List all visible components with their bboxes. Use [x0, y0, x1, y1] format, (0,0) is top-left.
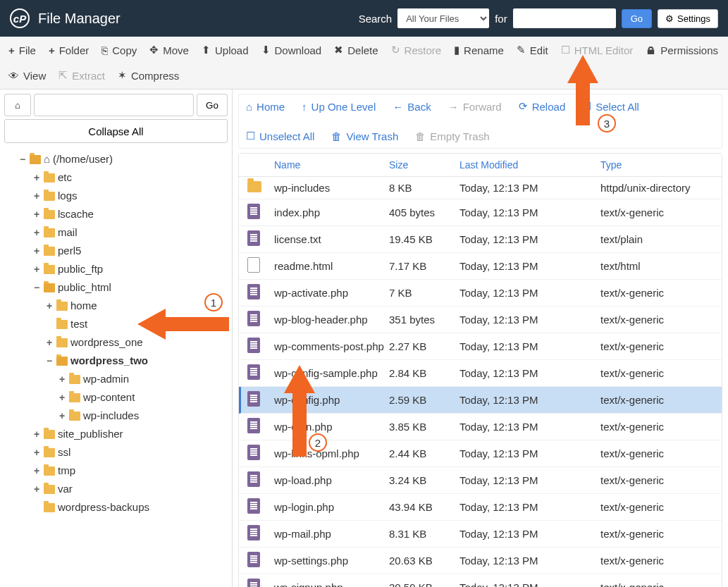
table-row[interactable]: wp-comments-post.php2.27 KBToday, 12:13 …	[239, 333, 722, 360]
folder-button[interactable]: +Folder	[49, 44, 89, 56]
view-button[interactable]: 👁︎View	[8, 69, 46, 82]
expand-icon[interactable]: +	[32, 243, 41, 259]
expand-icon[interactable]: +	[32, 170, 41, 185]
extract-button: ⇱Extract	[58, 69, 105, 82]
folder-icon	[247, 181, 261, 192]
expand-icon[interactable]: +	[32, 481, 41, 497]
tree-item-wp-admin[interactable]: +wp-admin	[4, 370, 228, 388]
delete-button[interactable]: ✖Delete	[334, 44, 378, 56]
sidebar-home-button[interactable]: ⌂	[4, 94, 31, 116]
search-input[interactable]	[513, 8, 616, 28]
table-row[interactable]: wp-config-sample.php2.84 KBToday, 12:13 …	[239, 360, 722, 387]
expand-icon[interactable]: +	[32, 225, 41, 240]
settings-button[interactable]: Settings	[658, 9, 718, 28]
copy-button[interactable]: ⎘Copy	[101, 44, 137, 56]
unselect-all-button[interactable]: ☐Unselect All	[246, 130, 314, 142]
search-scope-select[interactable]: All Your Files	[397, 8, 489, 28]
file-button[interactable]: +File	[8, 44, 36, 56]
file-name: wp-config-sample.php	[274, 367, 389, 379]
select-all-button[interactable]: ☑Select All	[582, 100, 639, 113]
table-row[interactable]: wp-activate.php7 KBToday, 12:13 PMtext/x…	[239, 280, 722, 307]
tree-item-logs[interactable]: +logs	[4, 187, 228, 205]
file-name: wp-config.php	[274, 394, 389, 406]
tree-item-home[interactable]: +home	[4, 297, 228, 315]
expand-icon[interactable]: +	[32, 206, 41, 222]
path-input[interactable]	[34, 94, 194, 116]
table-row[interactable]: index.php405 bytesToday, 12:13 PMtext/x-…	[239, 199, 722, 226]
expand-icon[interactable]: +	[32, 261, 41, 277]
folder-icon	[56, 302, 68, 311]
table-row[interactable]: wp-includes8 KBToday, 12:13 PMhttpd/unix…	[239, 177, 722, 199]
table-row[interactable]: readme.html7.17 KBToday, 12:13 PMtext/ht…	[239, 253, 722, 280]
expand-icon[interactable]: +	[58, 371, 66, 387]
file-icon	[247, 391, 260, 407]
upload-button[interactable]: ⬆Upload	[202, 44, 249, 56]
tree-item-var[interactable]: +var	[4, 480, 228, 498]
tree-item-etc[interactable]: +etc	[4, 168, 228, 187]
file-modified: Today, 12:13 PM	[459, 367, 600, 379]
search-go-button[interactable]: Go	[622, 9, 652, 28]
path-go-button[interactable]: Go	[197, 94, 228, 116]
tree-item-wp-includes[interactable]: +wp-includes	[4, 407, 228, 425]
table-row[interactable]: wp-settings.php20.63 KBToday, 12:13 PMte…	[239, 548, 722, 574]
tree-item-tmp[interactable]: +tmp	[4, 462, 228, 480]
table-row[interactable]: wp-load.php3.24 KBToday, 12:13 PMtext/x-…	[239, 467, 722, 494]
tree-item-mail[interactable]: +mail	[4, 223, 228, 242]
expand-icon[interactable]: +	[58, 408, 66, 424]
move-button[interactable]: ✥Move	[149, 44, 189, 56]
collapse-icon[interactable]: −	[32, 280, 41, 295]
expand-icon[interactable]: +	[32, 426, 41, 442]
tree-item-test[interactable]: test	[4, 315, 228, 333]
tree-item-wp-content[interactable]: +wp-content	[4, 388, 228, 407]
col-modified[interactable]: Last Modified	[459, 159, 600, 171]
expand-icon[interactable]: +	[32, 188, 41, 204]
file-type: httpd/unix-directory	[600, 182, 713, 194]
right-arrow-icon: →	[448, 101, 459, 113]
home-button[interactable]: ⌂Home	[246, 100, 285, 113]
table-row[interactable]: wp-blog-header.php351 bytesToday, 12:13 …	[239, 307, 722, 333]
tree-item-lscache[interactable]: +lscache	[4, 205, 228, 223]
tree-root[interactable]: −⌂(/home/user)	[4, 150, 228, 168]
file-icon	[247, 338, 260, 353]
file-type: text/x-generic	[600, 394, 713, 406]
view-trash-button[interactable]: 🗑︎View Trash	[331, 130, 398, 142]
compress-button[interactable]: ✶Compress	[118, 69, 179, 82]
file-type: text/x-generic	[600, 287, 713, 299]
edit-button[interactable]: ✎Edit	[517, 44, 548, 56]
back-button[interactable]: ←Back	[393, 100, 431, 113]
tree-item-public-ftp[interactable]: +public_ftp	[4, 260, 228, 278]
up-one-level-button[interactable]: ↑Up One Level	[302, 100, 376, 113]
rename-button[interactable]: ▮Rename	[454, 44, 504, 56]
expand-icon[interactable]: +	[32, 445, 41, 460]
collapse-icon[interactable]: −	[45, 353, 54, 369]
table-row[interactable]: wp-mail.php8.31 KBToday, 12:13 PMtext/x-…	[239, 521, 722, 548]
file-size: 351 bytes	[389, 314, 459, 326]
expand-icon[interactable]: +	[58, 390, 66, 405]
tree-item-wordpress-backups[interactable]: wordpress-backups	[4, 498, 228, 517]
col-name[interactable]: Name	[274, 159, 389, 171]
file-size: 19.45 KB	[389, 233, 459, 245]
table-row[interactable]: license.txt19.45 KBToday, 12:13 PMtext/p…	[239, 226, 722, 253]
table-row[interactable]: wp-signup.php30.59 KBToday, 12:13 PMtext…	[239, 574, 722, 587]
folder-icon	[44, 485, 55, 494]
permissions-button[interactable]: 🔒︎Permissions	[646, 44, 718, 56]
reload-button[interactable]: ⟳Reload	[519, 100, 566, 113]
file-icon	[247, 471, 260, 487]
tree-item-wordpress-two[interactable]: −wordpress_two	[4, 352, 228, 370]
file-type: text/x-generic	[600, 367, 713, 379]
table-row[interactable]: wp-login.php43.94 KBToday, 12:13 PMtext/…	[239, 494, 722, 521]
expand-icon[interactable]: +	[32, 463, 41, 478]
tree-item-public-html[interactable]: −public_html	[4, 278, 228, 297]
col-size[interactable]: Size	[389, 159, 459, 171]
tree-item-wordpress-one[interactable]: +wordpress_one	[4, 333, 228, 352]
collapse-all-button[interactable]: Collapse All	[4, 119, 228, 143]
expand-icon[interactable]: +	[45, 335, 54, 350]
col-type[interactable]: Type	[600, 159, 713, 171]
tree-item-ssl[interactable]: +ssl	[4, 443, 228, 462]
collapse-icon[interactable]: −	[18, 152, 27, 167]
download-button[interactable]: ⬇Download	[261, 44, 322, 56]
expand-icon[interactable]: +	[45, 298, 54, 314]
table-row[interactable]: wp-config.php2.59 KBToday, 12:13 PMtext/…	[239, 387, 722, 414]
tree-item-perl5[interactable]: +perl5	[4, 242, 228, 260]
tree-item-site-publisher[interactable]: +site_publisher	[4, 425, 228, 443]
